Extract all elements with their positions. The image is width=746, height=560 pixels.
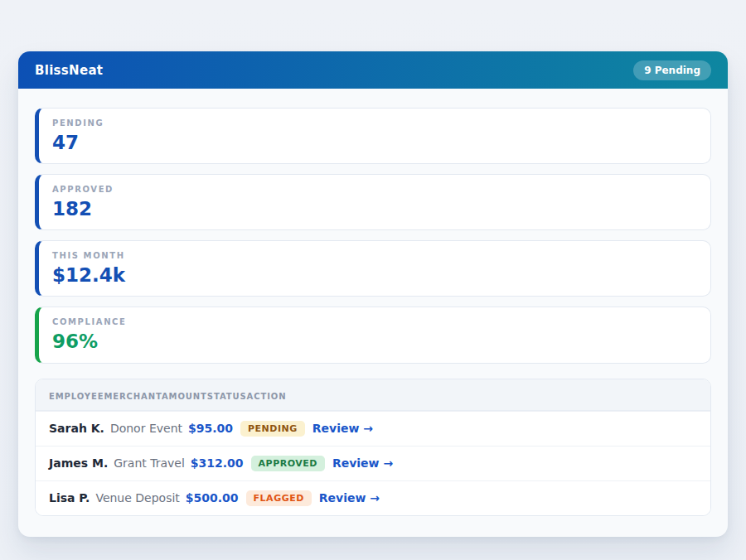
merchant-name: Donor Event [110,422,182,435]
employee-name: James M. [49,456,108,470]
table-header-row: EMPLOYEEMERCHANTAMOUNTSTATUSACTION [36,379,710,411]
table-row: Lisa P. Venue Deposit $500.00 FLAGGED Re… [36,480,710,515]
column-header-action: ACTION [247,392,287,401]
expenses-table: EMPLOYEEMERCHANTAMOUNTSTATUSACTION Sarah… [35,379,711,516]
stat-label: COMPLIANCE [52,317,697,326]
merchant-name: Venue Deposit [95,491,179,504]
status-badge-approved: APPROVED [251,456,325,471]
review-link[interactable]: Review → [332,456,393,470]
stat-card-approved: APPROVED 182 [35,174,711,230]
stat-label: PENDING [52,118,697,128]
stat-value: 96% [52,331,697,351]
column-header-employee: EMPLOYEE [49,392,104,401]
stat-value: 182 [52,199,697,219]
column-header-status: STATUS [207,392,247,401]
stat-label: THIS MONTH [52,251,697,260]
review-link[interactable]: Review → [312,422,373,435]
amount-value: $95.00 [188,422,233,435]
app-header: BlissNeat 9 Pending [18,51,728,89]
column-header-merchant: MERCHANT [104,392,162,401]
amount-value: $500.00 [186,491,239,504]
status-badge-flagged: FLAGGED [246,490,312,506]
app-body: PENDING 47 APPROVED 182 THIS MONTH $12.4… [18,89,728,537]
table-row: James M. Grant Travel $312.00 APPROVED R… [36,446,710,480]
stat-card-this-month: THIS MONTH $12.4k [35,240,711,297]
employee-name: Lisa P. [49,491,90,504]
pending-count-badge: 9 Pending [633,60,711,80]
table-row: Sarah K. Donor Event $95.00 PENDING Revi… [36,411,710,446]
employee-name: Sarah K. [49,422,104,435]
review-link[interactable]: Review → [319,491,380,504]
stats-list: PENDING 47 APPROVED 182 THIS MONTH $12.4… [35,108,711,364]
merchant-name: Grant Travel [114,456,185,470]
amount-value: $312.00 [191,456,244,470]
stat-card-pending: PENDING 47 [35,108,711,164]
page-background: { "app": { "title": "BlissNeat", "pendin… [0,0,746,560]
stat-card-compliance: COMPLIANCE 96% [35,307,711,363]
status-badge-pending: PENDING [240,421,305,437]
app-title: BlissNeat [35,63,103,78]
stat-label: APPROVED [52,185,697,194]
column-header-amount: AMOUNT [162,392,207,401]
app-card: BlissNeat 9 Pending PENDING 47 APPROVED … [18,51,728,537]
stat-value: 47 [52,133,697,152]
stat-value: $12.4k [52,265,697,285]
